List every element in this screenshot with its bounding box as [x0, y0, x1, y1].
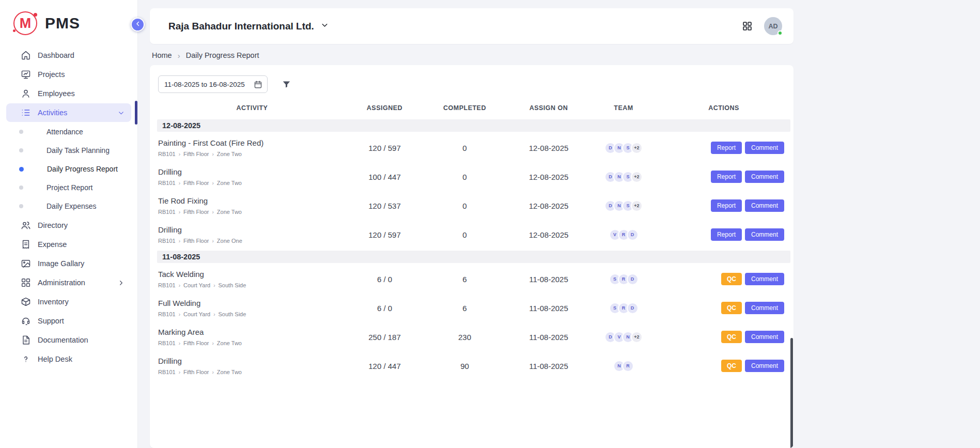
comment-button[interactable]: Comment — [745, 199, 784, 212]
column-header-assign-on: ASSIGN ON — [507, 104, 590, 112]
column-header-actions: ACTIONS — [657, 104, 790, 112]
breadcrumb: Home › Daily Progress Report — [152, 51, 792, 59]
location-path-part: RB101 — [158, 151, 176, 157]
team-avatars: DNS+2 — [590, 142, 657, 154]
sidebar-item-inventory[interactable]: Inventory — [6, 292, 131, 311]
sidebar-item-image-gallary[interactable]: Image Gallary — [6, 254, 131, 273]
activity-path: RB101›Court Yard›South Side — [158, 282, 347, 288]
completed-value: 230 — [422, 333, 507, 342]
bullet-icon — [19, 204, 23, 208]
chevron-right-icon — [117, 279, 125, 287]
qc-button[interactable]: QC — [721, 302, 742, 314]
team-avatars: VRD — [590, 229, 657, 241]
team-member-avatar[interactable]: D — [627, 302, 639, 314]
chevron-right-icon: › — [212, 151, 214, 157]
sidebar-item-activities[interactable]: Activities — [6, 103, 131, 122]
assign-on-value: 12-08-2025 — [507, 173, 590, 181]
qc-button[interactable]: QC — [721, 360, 742, 372]
table-body: 12-08-2025 Painting - First Coat (Fire R… — [157, 119, 790, 380]
activity-name: Marking Area — [158, 328, 347, 336]
table-row: Tie Rod Fixing RB101›Fifth Floor›Zone Tw… — [157, 191, 790, 220]
comment-button[interactable]: Comment — [745, 302, 784, 314]
activity-name: Painting - First Coat (Fire Red) — [158, 138, 347, 147]
column-header-team: TEAM — [590, 104, 657, 112]
comment-button[interactable]: Comment — [745, 360, 784, 372]
activity-path: RB101›Fifth Floor›Zone Two — [158, 180, 347, 186]
team-extra-badge[interactable]: +2 — [631, 200, 643, 212]
team-member-avatar[interactable]: D — [627, 229, 639, 241]
assigned-value: 120 / 597 — [347, 230, 422, 239]
comment-button[interactable]: Comment — [745, 273, 784, 285]
assign-on-value: 11-08-2025 — [507, 304, 590, 313]
report-button[interactable]: Report — [711, 142, 742, 154]
comment-button[interactable]: Comment — [745, 331, 784, 343]
apps-grid-icon[interactable] — [742, 21, 753, 32]
sidebar-item-documentation[interactable]: Documentation — [6, 331, 131, 349]
sidebar-subitem-daily-progress-report[interactable]: Daily Progress Report — [0, 160, 137, 178]
home-icon — [21, 50, 31, 60]
comment-button[interactable]: Comment — [745, 228, 784, 241]
sidebar-subitem-attendance[interactable]: Attendance — [0, 122, 137, 141]
location-path-part: RB101 — [158, 340, 176, 346]
team-member-avatar[interactable]: R — [622, 360, 634, 372]
date-range-input[interactable] — [158, 75, 268, 93]
team-extra-badge[interactable]: +2 — [631, 171, 643, 183]
date-group-header: 11-08-2025 — [157, 251, 790, 263]
user-avatar[interactable]: AD — [764, 17, 782, 35]
sidebar-item-expense[interactable]: Expense — [6, 235, 131, 254]
app-logo: M PMS — [0, 0, 137, 44]
sidebar-subitem-project-report[interactable]: Project Report — [0, 178, 137, 197]
assign-on-value: 12-08-2025 — [507, 230, 590, 239]
sidebar-subitem-daily-task-planning[interactable]: Daily Task Planning — [0, 141, 137, 160]
assign-on-value: 12-08-2025 — [507, 202, 590, 210]
table-row: Drilling RB101›Fifth Floor›Zone One 120 … — [157, 220, 790, 249]
table-scrollbar[interactable] — [790, 338, 793, 448]
sidebar: M PMS Dashboard Projects Employees Activ… — [0, 0, 138, 448]
filter-icon[interactable] — [282, 80, 291, 89]
report-button[interactable]: Report — [711, 228, 742, 241]
assign-on-value: 11-08-2025 — [507, 362, 590, 370]
sidebar-subitem-daily-expenses[interactable]: Daily Expenses — [0, 197, 137, 215]
comment-button[interactable]: Comment — [745, 171, 784, 183]
sidebar-item-support[interactable]: Support — [6, 312, 131, 330]
date-range-value[interactable] — [164, 81, 251, 88]
team-extra-badge[interactable]: +2 — [631, 331, 643, 343]
chevron-right-icon: › — [179, 283, 180, 288]
company-selector[interactable]: Raja Bahadur International Ltd. — [162, 21, 329, 32]
location-path-part: South Side — [219, 311, 246, 317]
sidebar-collapse-button[interactable] — [131, 18, 145, 32]
row-actions: QCComment — [657, 302, 790, 314]
qc-button[interactable]: QC — [721, 331, 742, 343]
team-member-avatar[interactable]: D — [627, 273, 639, 285]
sidebar-item-projects[interactable]: Projects — [6, 65, 131, 84]
sidebar-item-directory[interactable]: Directory — [6, 216, 131, 235]
sidebar-item-administration[interactable]: Administration — [6, 273, 131, 292]
report-button[interactable]: Report — [711, 171, 742, 183]
report-button[interactable]: Report — [711, 199, 742, 212]
expense-icon — [21, 239, 31, 250]
sidebar-item-help-desk[interactable]: Help Desk — [6, 350, 131, 368]
chevron-down-icon — [320, 21, 329, 32]
administration-icon — [21, 277, 31, 288]
activity-path: RB101›Fifth Floor›Zone Two — [158, 151, 347, 157]
comment-button[interactable]: Comment — [745, 142, 784, 154]
location-path-part: Fifth Floor — [183, 151, 209, 157]
location-path-part: RB101 — [158, 180, 176, 186]
sidebar-item-dashboard[interactable]: Dashboard — [6, 46, 131, 65]
assigned-value: 100 / 447 — [347, 173, 422, 181]
activity-path: RB101›Court Yard›South Side — [158, 311, 347, 317]
main-area: Raja Bahadur International Ltd. AD Home … — [138, 0, 980, 448]
location-path-part: Fifth Floor — [183, 340, 209, 346]
location-path-part: Zone Two — [217, 209, 242, 215]
team-extra-badge[interactable]: +2 — [631, 142, 643, 154]
qc-button[interactable]: QC — [721, 273, 742, 285]
breadcrumb-home[interactable]: Home — [152, 51, 172, 59]
activity-name: Drilling — [158, 167, 347, 176]
team-avatars: DNS+2 — [590, 200, 657, 212]
location-path-part: Fifth Floor — [183, 369, 209, 375]
projects-icon — [21, 69, 31, 80]
table-row: Full Welding RB101›Court Yard›South Side… — [157, 293, 790, 322]
completed-value: 0 — [422, 144, 507, 152]
location-path-part: Zone Two — [217, 369, 242, 375]
sidebar-item-employees[interactable]: Employees — [6, 84, 131, 103]
